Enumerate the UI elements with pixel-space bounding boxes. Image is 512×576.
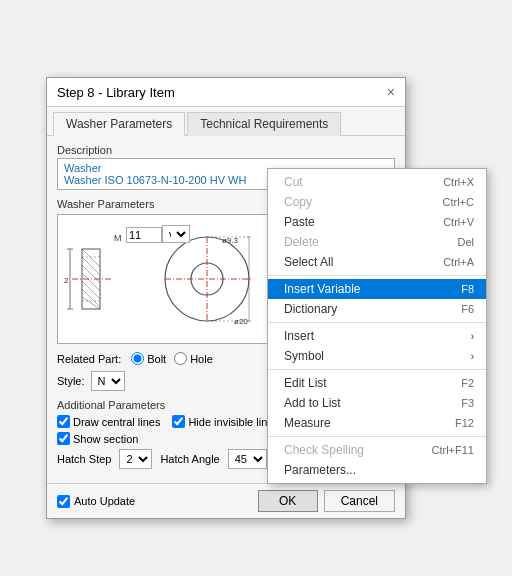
menu-item-insert-variable[interactable]: Insert VariableF8 xyxy=(268,279,486,299)
menu-item-dictionary[interactable]: DictionaryF6 xyxy=(268,299,486,319)
menu-shortcut: F8 xyxy=(461,283,474,295)
menu-item-label: Check Spelling xyxy=(284,443,364,457)
menu-shortcut: F12 xyxy=(455,417,474,429)
svg-text:M: M xyxy=(114,233,122,243)
menu-item-label: Measure xyxy=(284,416,331,430)
menu-shortcut: Ctrl+X xyxy=(443,176,474,188)
menu-item-label: Dictionary xyxy=(284,302,337,316)
style-select[interactable]: N xyxy=(91,371,125,391)
menu-shortcut: F3 xyxy=(461,397,474,409)
menu-shortcut: Del xyxy=(457,236,474,248)
menu-item-label: Parameters... xyxy=(284,463,356,477)
draw-central-lines-check[interactable] xyxy=(57,415,70,428)
menu-item-label: Paste xyxy=(284,215,315,229)
menu-item-label: Insert xyxy=(284,329,314,343)
submenu-arrow-icon: › xyxy=(471,331,474,342)
draw-central-lines-label: Draw central lines xyxy=(73,416,160,428)
menu-shortcut: Ctrl+A xyxy=(443,256,474,268)
style-label: Style: xyxy=(57,375,85,387)
tab-technical-requirements[interactable]: Technical Requirements xyxy=(187,112,341,136)
description-label: Description xyxy=(57,144,395,156)
menu-shortcut: F2 xyxy=(461,377,474,389)
hatch-angle-select[interactable]: 45 xyxy=(228,449,267,469)
svg-text:ø20: ø20 xyxy=(234,317,248,326)
hole-radio[interactable] xyxy=(174,352,187,365)
menu-item-check-spelling: Check SpellingCtrl+F11 xyxy=(268,440,486,460)
menu-item-edit-list[interactable]: Edit ListF2 xyxy=(268,373,486,393)
dialog-title: Step 8 - Library Item xyxy=(57,85,175,100)
menu-item-parameters[interactable]: Parameters... xyxy=(268,460,486,480)
hide-invisible-lines-label: Hide invisible lines xyxy=(188,416,279,428)
menu-shortcut: Ctrl+V xyxy=(443,216,474,228)
menu-item-symbol[interactable]: Symbol› xyxy=(268,346,486,366)
hatch-step-label: Hatch Step xyxy=(57,453,111,465)
menu-item-delete: DeleteDel xyxy=(268,232,486,252)
menu-item-label: Copy xyxy=(284,195,312,209)
show-section-item[interactable]: Show section xyxy=(57,432,138,445)
hide-invisible-lines-item[interactable]: Hide invisible lines xyxy=(172,415,279,428)
svg-line-6 xyxy=(82,273,100,291)
menu-item-insert[interactable]: Insert› xyxy=(268,326,486,346)
menu-item-cut: CutCtrl+X xyxy=(268,172,486,192)
menu-item-label: Edit List xyxy=(284,376,327,390)
hatch-angle-label: Hatch Angle xyxy=(160,453,219,465)
menu-separator xyxy=(268,436,486,437)
menu-item-label: Select All xyxy=(284,255,333,269)
context-menu: CutCtrl+XCopyCtrl+CPasteCtrl+VDeleteDelS… xyxy=(267,168,487,484)
svg-text:2: 2 xyxy=(64,276,69,285)
menu-shortcut: Ctrl+C xyxy=(443,196,474,208)
menu-item-label: Cut xyxy=(284,175,303,189)
menu-separator xyxy=(268,369,486,370)
submenu-arrow-icon: › xyxy=(471,351,474,362)
svg-line-5 xyxy=(82,265,100,283)
menu-item-label: Symbol xyxy=(284,349,324,363)
hole-label: Hole xyxy=(190,353,213,365)
hatch-step-select[interactable]: 2 xyxy=(119,449,152,469)
menu-item-copy: CopyCtrl+C xyxy=(268,192,486,212)
related-part-radio-group: Bolt Hole xyxy=(131,352,213,365)
bottom-row: Auto Update OK Cancel xyxy=(47,483,405,518)
tab-washer-parameters[interactable]: Washer Parameters xyxy=(53,112,185,136)
draw-central-lines-item[interactable]: Draw central lines xyxy=(57,415,160,428)
menu-shortcut: Ctrl+F11 xyxy=(432,444,475,456)
auto-update-option[interactable]: Auto Update xyxy=(57,495,135,508)
menu-item-add-to-list[interactable]: Add to ListF3 xyxy=(268,393,486,413)
m-value-input[interactable] xyxy=(126,227,162,243)
m-unit-select[interactable]: v xyxy=(162,225,190,243)
auto-update-check[interactable] xyxy=(57,495,70,508)
svg-line-4 xyxy=(82,257,100,275)
hole-option[interactable]: Hole xyxy=(174,352,213,365)
close-button[interactable]: × xyxy=(387,84,395,100)
svg-line-3 xyxy=(82,249,100,267)
main-dialog: Step 8 - Library Item × Washer Parameter… xyxy=(46,77,406,519)
menu-item-measure[interactable]: MeasureF12 xyxy=(268,413,486,433)
svg-line-9 xyxy=(82,297,100,309)
menu-item-label: Insert Variable xyxy=(284,282,360,296)
auto-update-label: Auto Update xyxy=(74,495,135,507)
ok-button[interactable]: OK xyxy=(258,490,318,512)
menu-item-paste[interactable]: PasteCtrl+V xyxy=(268,212,486,232)
svg-text:ø9.3: ø9.3 xyxy=(222,236,239,245)
button-group: OK Cancel xyxy=(258,490,395,512)
svg-line-7 xyxy=(82,281,100,299)
cancel-button[interactable]: Cancel xyxy=(324,490,395,512)
menu-item-select-all[interactable]: Select AllCtrl+A xyxy=(268,252,486,272)
bolt-radio[interactable] xyxy=(131,352,144,365)
show-section-label: Show section xyxy=(73,433,138,445)
bolt-option[interactable]: Bolt xyxy=(131,352,166,365)
menu-item-label: Add to List xyxy=(284,396,341,410)
related-part-label: Related Part: xyxy=(57,353,121,365)
bolt-label: Bolt xyxy=(147,353,166,365)
menu-separator xyxy=(268,275,486,276)
tab-strip: Washer Parameters Technical Requirements xyxy=(47,107,405,136)
show-section-check[interactable] xyxy=(57,432,70,445)
menu-item-label: Delete xyxy=(284,235,319,249)
menu-shortcut: F6 xyxy=(461,303,474,315)
hide-invisible-lines-check[interactable] xyxy=(172,415,185,428)
menu-separator xyxy=(268,322,486,323)
svg-line-8 xyxy=(82,289,100,307)
title-bar: Step 8 - Library Item × xyxy=(47,78,405,107)
